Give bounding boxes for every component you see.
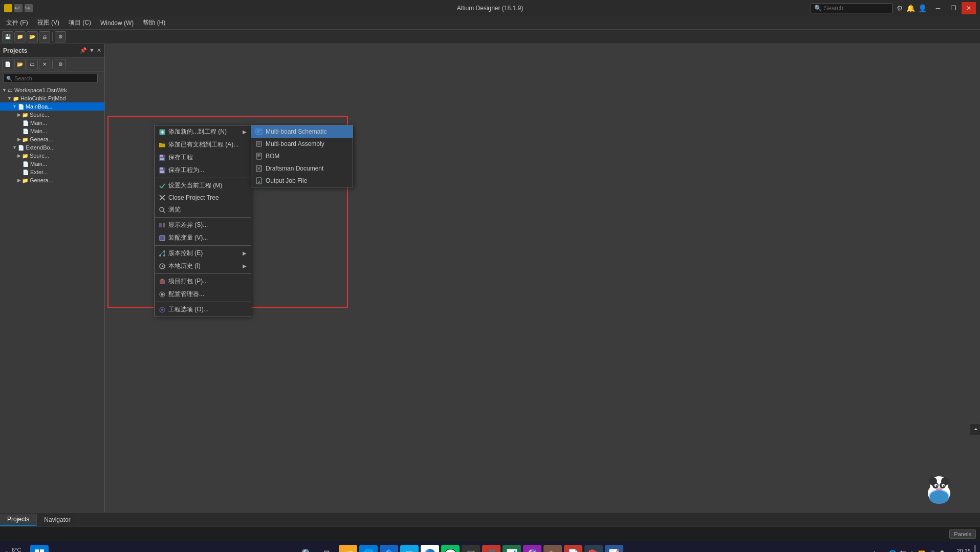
menu-view[interactable]: 视图 (V): [33, 17, 63, 28]
main2-label: Main...: [30, 128, 47, 134]
taskbar-center: 🔍 ⧉ 📁 🌐 🔷 ✉ 🔵 💬 🎮 🎵 📊 🔮 🗂 📄 📚 📝: [298, 545, 623, 553]
tree-source-1[interactable]: ▶ 📁 Sourc...: [0, 111, 104, 119]
redo-icon[interactable]: ↪: [25, 4, 33, 12]
statusbar-right: Panels: [949, 531, 976, 537]
tree-source-2[interactable]: ▶ 📁 Sourc...: [0, 152, 104, 160]
menu-project[interactable]: 项目 (C): [64, 17, 95, 28]
svg-line-23: [162, 266, 164, 267]
taskbar-excel-icon[interactable]: 📊: [503, 545, 521, 553]
tab-projects[interactable]: Projects: [0, 514, 37, 526]
ctx-package[interactable]: 项目打包 (P)...: [155, 275, 251, 288]
submenu-output-job[interactable]: Output Job File: [251, 175, 353, 187]
ctx-close-tree-label: Close Project Tree: [168, 194, 219, 201]
ctx-local-history[interactable]: 本地历史 (I) ▶: [155, 260, 251, 272]
tree-genera-2[interactable]: ▶ 📁 Genera...: [0, 176, 104, 184]
taskbar-taskview-icon[interactable]: ⧉: [318, 545, 337, 553]
svg-rect-13: [159, 223, 162, 227]
tree-main-1[interactable]: 📄 Main...: [0, 119, 104, 127]
app-icon: [4, 4, 12, 12]
settings-icon[interactable]: ⚙: [897, 4, 903, 12]
taskbar-pdf-icon[interactable]: 📄: [564, 545, 582, 553]
tree-main-3[interactable]: 📄 Main...: [0, 160, 104, 168]
svg-rect-7: [160, 167, 163, 169]
tree-workspace[interactable]: ▼ 🗂 Workspace1.DsnWrk: [0, 86, 104, 94]
taskbar-mail-icon[interactable]: ✉: [400, 545, 419, 553]
taskbar-wechat-icon[interactable]: 💬: [441, 545, 460, 553]
taskbar-netease-icon[interactable]: 🎵: [482, 545, 500, 553]
taskbar-start-icon[interactable]: [30, 545, 49, 553]
taskbar-word-icon[interactable]: 📝: [605, 545, 623, 553]
toolbar-btn-5[interactable]: ⚙: [55, 31, 66, 43]
panels-button[interactable]: Panels: [949, 529, 976, 539]
project1-label: HoloCubic.PrjMbd: [20, 95, 66, 101]
weather-widget: 🌤 6°C 晴朗: [4, 547, 23, 552]
ctx-config-manager[interactable]: 配置管理器...: [155, 288, 251, 301]
panel-new-btn[interactable]: 📄: [2, 59, 13, 70]
save-icon: [159, 154, 166, 161]
ctx-save[interactable]: 保存工程: [155, 151, 251, 164]
panel-pin-icon[interactable]: 📌: [80, 47, 87, 54]
toolbar-btn-4[interactable]: 🖨: [39, 31, 50, 43]
taskbar-search-icon[interactable]: 🔍: [298, 545, 316, 553]
taskbar-zh-input[interactable]: 英: [900, 549, 906, 553]
time-display: 20:15: [949, 548, 971, 553]
ctx-add-existing[interactable]: 添加已有文档到工程 (A)...: [155, 138, 251, 151]
tree-exter[interactable]: 📄 Exter...: [0, 168, 104, 176]
tree-project-1[interactable]: ▼ 📁 HoloCubic.PrjMbd: [0, 94, 104, 102]
menu-window[interactable]: Window (W): [96, 18, 138, 28]
taskbar-app2-icon[interactable]: 🗂: [543, 545, 562, 553]
taskbar-ime-icon[interactable]: 中: [909, 550, 915, 552]
taskbar-app1-icon[interactable]: 🔮: [523, 545, 541, 553]
panels-side-button[interactable]: ⏷: [970, 423, 980, 435]
user-icon[interactable]: 👤: [918, 4, 927, 12]
taskbar-file-icon[interactable]: 📁: [339, 545, 357, 553]
close-button[interactable]: ✕: [962, 2, 976, 14]
toolbar-sep-1: [52, 32, 53, 41]
ctx-close-tree[interactable]: Close Project Tree: [155, 192, 251, 203]
menu-help[interactable]: 帮助 (H): [139, 17, 169, 28]
ctx-save-as[interactable]: 保存工程为...: [155, 164, 251, 177]
taskbar-edge-icon[interactable]: 🌐: [359, 545, 378, 553]
panel-close-icon[interactable]: ✕: [97, 47, 101, 54]
submenu-multiboard-assembly[interactable]: Multi-board Assembly: [251, 138, 353, 150]
ctx-project-options[interactable]: 工程选项 (O)...: [155, 303, 251, 316]
ctx-browse[interactable]: 浏览: [155, 203, 251, 216]
toolbar-btn-3[interactable]: 📂: [27, 31, 38, 43]
panel-close-btn[interactable]: ✕: [39, 59, 50, 70]
ctx-show-diff[interactable]: 显示差异 (S)...: [155, 219, 251, 231]
tab-navigator[interactable]: Navigator: [37, 514, 78, 525]
panel-settings-btn[interactable]: ⚙: [55, 59, 66, 70]
toolbar-btn-1[interactable]: 💾: [2, 31, 13, 43]
panel-open-btn[interactable]: 📂: [14, 59, 26, 70]
tree-main-2[interactable]: 📄 Main...: [0, 127, 104, 135]
panel-menu-icon[interactable]: ▼: [89, 47, 95, 54]
taskbar-chrome-icon[interactable]: 🔵: [421, 545, 439, 553]
submenu-draftsman[interactable]: Draftsman Document: [251, 162, 353, 175]
titlebar-search[interactable]: 🔍 Search: [811, 3, 892, 13]
taskbar-app3-icon[interactable]: 📚: [584, 545, 603, 553]
ctx-add-new[interactable]: 添加新的...到工程 (N) ▶: [155, 125, 251, 138]
workspace-label: Workspace1.DsnWrk: [14, 87, 67, 93]
notification-icon[interactable]: 🔔: [906, 4, 915, 12]
tree-genera-1[interactable]: ▶ 📁 Genera...: [0, 135, 104, 143]
minimize-button[interactable]: ─: [931, 2, 945, 14]
submenu-multiboard-schematic[interactable]: Multi-board Schematic: [251, 125, 353, 138]
tree-extendbo[interactable]: ▼ 📄 ExtendBo...: [0, 143, 104, 152]
submenu-bom[interactable]: BOM: [251, 150, 353, 162]
menu-file[interactable]: 文件 (F): [2, 17, 32, 28]
tree-mainboa[interactable]: ▼ 📄 MainBoa...: [0, 102, 104, 111]
undo-icon[interactable]: ↩: [14, 4, 23, 12]
panel-search-box[interactable]: 🔍 Search: [3, 74, 98, 83]
toolbar-btn-2[interactable]: 📁: [14, 31, 26, 43]
ctx-set-current[interactable]: 设置为当前工程 (M): [155, 179, 251, 192]
taskbar-game-icon[interactable]: 🎮: [462, 545, 480, 553]
taskbar-network-icon[interactable]: 🌐: [888, 550, 897, 552]
ctx-assembly[interactable]: 装配变量 (V)...: [155, 231, 251, 244]
ctx-version-control[interactable]: 版本控制 (E) ▶: [155, 247, 251, 260]
taskbar-show-desktop[interactable]: [974, 545, 976, 553]
panel-folder-btn[interactable]: 🗂: [27, 59, 38, 70]
restore-button[interactable]: ❐: [946, 2, 961, 14]
taskbar-ie-icon[interactable]: 🔷: [380, 545, 398, 553]
assembly-sub-icon: [255, 140, 263, 147]
weather-temp: 6°C: [12, 547, 23, 552]
